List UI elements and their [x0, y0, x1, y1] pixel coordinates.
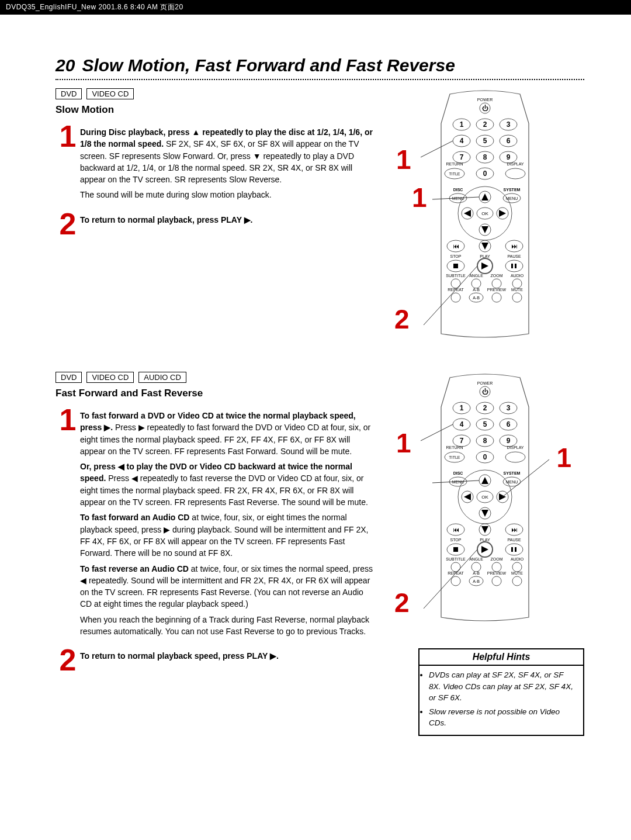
callout-1b: 1 [412, 182, 427, 213]
svg-text:DISPLAY: DISPLAY [507, 445, 523, 450]
fast-p1-body: Press ▶ repeatedly to fast forward the D… [80, 423, 370, 456]
svg-text:A-B: A-B [473, 571, 480, 575]
svg-text:6: 6 [507, 137, 511, 145]
callout-2b: 2 [394, 587, 410, 618]
svg-point-151 [451, 576, 460, 586]
page-content: 20 Slow Motion, Fast Forward and Fast Re… [0, 15, 631, 759]
remote-figure-1: 1 1 2 POWER⏻1234567890RETURNTITLEDISPLAY… [397, 88, 573, 340]
svg-text:1: 1 [460, 120, 464, 129]
svg-text:4: 4 [460, 420, 464, 428]
svg-text:PAUSE: PAUSE [507, 538, 521, 542]
svg-point-68 [512, 279, 522, 288]
svg-text:ZOOM: ZOOM [491, 274, 503, 278]
svg-text:POWER: POWER [477, 98, 493, 102]
svg-text:5: 5 [483, 137, 487, 145]
svg-text:SYSTEM: SYSTEM [504, 471, 521, 475]
svg-marker-48 [481, 243, 488, 250]
svg-text:PREVIEW: PREVIEW [487, 288, 507, 292]
fast-step-1: 1 To fast forward a DVD or Video CD at t… [56, 406, 374, 641]
callout-1d: 1 [556, 442, 571, 473]
tag-audio-cd: AUDIO CD [138, 372, 186, 383]
svg-text:OK: OK [481, 211, 488, 216]
remote-figure-2: 1 1 2 POWER⏻1234567890RETURNTITLEDISPLAY… [397, 372, 573, 623]
svg-point-64 [471, 279, 481, 288]
svg-line-162 [502, 459, 549, 497]
svg-rect-140 [511, 547, 513, 552]
svg-text:A-B: A-B [473, 579, 480, 583]
svg-text:PREVIEW: PREVIEW [487, 571, 507, 575]
svg-text:2: 2 [483, 404, 487, 412]
svg-point-149 [512, 562, 522, 572]
svg-text:5: 5 [483, 420, 487, 428]
svg-text:A-B: A-B [473, 296, 480, 300]
svg-text:MUTE: MUTE [511, 288, 523, 292]
step-number-2: 2 [56, 210, 80, 238]
svg-text:AUDIO: AUDIO [511, 557, 524, 561]
svg-text:DISC: DISC [453, 188, 463, 192]
svg-text:TITLE: TITLE [449, 455, 460, 459]
slow-step1-tail: The sound will be mute during slow motio… [80, 189, 374, 201]
page-number: 20 [56, 56, 75, 75]
svg-line-159 [421, 424, 453, 441]
slow-motion-heading: Slow Motion [56, 104, 374, 116]
svg-marker-137 [481, 546, 488, 553]
hints-title: Helpful Hints [419, 649, 583, 666]
svg-text:MENU: MENU [506, 480, 518, 484]
svg-marker-119 [481, 477, 488, 484]
helpful-hints-box: Helpful Hints DVDs can play at SF 2X, SF… [418, 648, 584, 736]
svg-text:8: 8 [483, 437, 487, 445]
svg-text:STOP: STOP [450, 254, 462, 258]
svg-point-27 [505, 168, 525, 179]
fast-p5: When you reach the beginning of a Track … [80, 614, 374, 638]
svg-point-158 [512, 576, 522, 586]
svg-marker-123 [464, 493, 471, 500]
svg-text:SUBTITLE: SUBTITLE [446, 274, 466, 278]
svg-marker-42 [464, 210, 471, 217]
callout-1a: 1 [396, 144, 411, 175]
hint-item: Slow reverse is not possible on Video CD… [429, 706, 577, 729]
svg-text:0: 0 [483, 453, 487, 461]
svg-text:MUTE: MUTE [511, 571, 523, 575]
svg-text:RETURN: RETURN [446, 162, 463, 166]
svg-text:PAUSE: PAUSE [507, 254, 521, 258]
svg-text:DISC: DISC [453, 471, 463, 475]
svg-text:ANGLE: ANGLE [469, 557, 483, 561]
slow-step-2: 2 To return to normal playback, press PL… [56, 210, 374, 238]
svg-marker-40 [481, 226, 488, 233]
svg-text:⏮: ⏮ [453, 526, 459, 533]
svg-marker-38 [481, 193, 488, 201]
callout-1c: 1 [396, 427, 411, 459]
svg-text:⏻: ⏻ [482, 105, 488, 112]
svg-point-58 [505, 260, 523, 272]
tag-dvd: DVD [56, 88, 82, 99]
svg-text:SUBTITLE: SUBTITLE [446, 557, 466, 561]
svg-text:MENU: MENU [506, 196, 518, 201]
svg-text:7: 7 [460, 153, 464, 161]
svg-point-66 [492, 279, 501, 288]
step-number-1: 1 [56, 123, 80, 150]
svg-text:⏭: ⏭ [511, 526, 518, 533]
step-number-1b: 1 [56, 406, 80, 434]
svg-text:PLAY: PLAY [480, 538, 490, 542]
svg-text:9: 9 [507, 437, 511, 445]
svg-text:OK: OK [481, 495, 488, 500]
svg-text:6: 6 [507, 420, 511, 428]
svg-text:8: 8 [483, 153, 487, 161]
svg-point-108 [505, 452, 525, 462]
svg-marker-44 [499, 210, 506, 217]
hint-item: DVDs can play at SF 2X, SF 4X, or SF 8X.… [429, 669, 577, 704]
svg-rect-60 [515, 264, 516, 268]
svg-point-62 [451, 279, 460, 288]
svg-text:2: 2 [483, 120, 487, 129]
svg-text:DISPLAY: DISPLAY [507, 162, 523, 166]
svg-text:ANGLE: ANGLE [469, 274, 483, 278]
svg-rect-141 [515, 547, 516, 552]
svg-point-143 [451, 562, 460, 572]
step-number-2b: 2 [56, 647, 80, 674]
page-title: Slow Motion, Fast Forward and Fast Rever… [82, 56, 455, 75]
svg-point-156 [492, 576, 501, 586]
svg-marker-56 [481, 262, 488, 269]
svg-point-145 [471, 562, 481, 572]
svg-text:AUDIO: AUDIO [511, 274, 524, 278]
svg-point-77 [512, 293, 522, 302]
